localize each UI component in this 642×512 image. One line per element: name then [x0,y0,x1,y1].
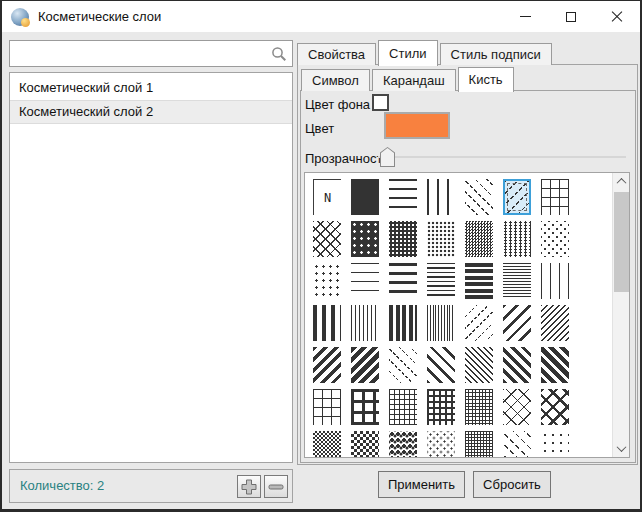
chevron-up-icon [617,178,627,188]
pattern-horizontal-dense-thin[interactable] [427,263,455,299]
cosmetic-layers-dialog: Косметические слои Косметический слой 1К… [0,0,642,512]
pattern-vertical-wide[interactable] [427,179,455,215]
minimize-button[interactable] [502,1,548,32]
tab-symbol[interactable]: Символ [301,69,370,91]
maximize-button[interactable] [548,1,594,32]
opacity-label: Прозрачность [305,151,389,166]
pattern-backward-diagonal-light[interactable] [389,347,417,383]
layer-list[interactable]: Косметический слой 1Косметический слой 2 [9,72,293,463]
pattern-backward-diagonal-fine[interactable] [465,347,493,383]
chevron-down-icon [617,442,627,452]
pattern-dots-60[interactable] [427,221,455,257]
pattern-dash-scatter[interactable] [503,431,531,458]
titlebar: Косметические слои [2,1,640,32]
pattern-forward-diagonal-fine[interactable] [541,305,569,341]
tab-styles[interactable]: Стили [378,40,437,66]
pattern-dots-20[interactable] [541,221,569,257]
pattern-grid-micro[interactable] [465,431,493,458]
apply-button[interactable]: Применить [378,471,465,498]
window-controls [502,1,640,32]
pattern-backward-diagonal-heavy[interactable] [503,347,531,383]
scroll-up-button[interactable] [613,173,630,190]
pattern-vertical-thick[interactable] [313,305,341,341]
layer-count-text: Количество: 2 [20,478,104,493]
pattern-backward-diagonal-dashed[interactable] [465,179,493,215]
pattern-backward-diagonal-thick[interactable] [427,347,455,383]
layer-item[interactable]: Косметический слой 2 [10,100,292,124]
pattern-vertical-dense-thin[interactable] [351,305,379,341]
pattern-grid-dense-thin[interactable] [389,389,417,425]
bg-color-label: Цвет фона [305,97,370,112]
pattern-grid-thin[interactable] [313,389,341,425]
pattern-dots-10[interactable] [313,263,341,299]
pattern-diagonal-lattice[interactable] [313,221,341,257]
pattern-horizontal-thin[interactable] [351,263,379,299]
pattern-dots-30[interactable] [503,221,531,257]
layer-search [9,40,293,67]
pattern-horizontal-wide[interactable] [389,179,417,215]
pattern-diagonal-cross-thick[interactable] [541,389,569,425]
pattern-grid-fine[interactable] [465,389,493,425]
search-icon [271,46,287,62]
pattern-checker-medium[interactable] [351,431,379,458]
scrollbar-thumb[interactable] [614,192,629,292]
pattern-grid: N [313,179,569,458]
minus-icon [268,483,284,491]
layer-count-panel: Количество: 2 [9,469,293,503]
search-input[interactable] [12,43,268,64]
maximize-icon [566,12,576,22]
opacity-slider[interactable] [378,146,628,168]
pattern-diagonal-dots-light[interactable] [427,431,455,458]
pattern-solid[interactable] [351,179,379,215]
globe-icon [11,8,29,26]
pattern-checker-small[interactable] [313,431,341,458]
window-title: Косметические слои [38,9,161,24]
pattern-grid-thick[interactable] [351,389,379,425]
pattern-forward-diagonal-heavy[interactable] [313,347,341,383]
pattern-cross-wide[interactable] [541,179,569,215]
pattern-vertical-dense-thick[interactable] [389,305,417,341]
color-label: Цвет [305,121,334,136]
add-layer-button[interactable] [237,475,261,498]
pattern-forward-diagonal-dashed[interactable] [503,179,531,215]
bg-color-checkbox[interactable] [372,94,389,111]
scroll-down-button[interactable] [613,440,630,457]
pattern-no-fill[interactable]: N [313,179,341,215]
minimize-icon [520,16,531,17]
pattern-dots-70[interactable] [389,221,417,257]
pattern-checker-50[interactable] [465,221,493,257]
pattern-squares-scattered[interactable] [389,431,417,458]
close-button[interactable] [594,1,640,32]
outer-tab-strip: Свойства Стили Стиль подписи [297,39,554,65]
tab-pencil[interactable]: Карандаш [372,69,456,91]
pattern-scrollbar[interactable] [612,173,629,457]
pattern-vertical-thin[interactable] [541,263,569,299]
pattern-dots-sparse[interactable] [541,431,569,458]
pattern-forward-diagonal-extra-heavy[interactable] [351,347,379,383]
pattern-inverse-dots[interactable] [351,221,379,257]
reset-button[interactable]: Сбросить [473,471,551,498]
plus-icon [241,479,257,495]
pattern-backward-diagonal-extra-heavy[interactable] [541,347,569,383]
pattern-horizontal-dense-thick[interactable] [465,263,493,299]
color-swatch[interactable] [384,112,450,139]
slider-thumb[interactable] [380,147,395,167]
tab-properties[interactable]: Свойства [297,43,376,65]
remove-layer-button[interactable] [264,475,288,498]
layer-item[interactable]: Косметический слой 1 [10,76,292,100]
style-tab-strip: Символ Карандаш Кисть [301,66,516,91]
pattern-diagonal-cross-thin[interactable] [503,389,531,425]
pattern-forward-diagonal-light[interactable] [465,305,493,341]
pattern-horizontal-thick[interactable] [389,263,417,299]
pattern-horizontal-fine[interactable] [503,263,531,299]
pattern-vertical-fine[interactable] [427,305,455,341]
pattern-grid-dense-thick[interactable] [427,389,455,425]
tab-label-style[interactable]: Стиль подписи [440,43,552,65]
slider-track[interactable] [378,156,626,158]
tab-brush[interactable]: Кисть [458,67,514,92]
close-icon [611,11,623,23]
pattern-forward-diagonal-thick[interactable] [503,305,531,341]
brush-pattern-panel: N [304,172,630,458]
